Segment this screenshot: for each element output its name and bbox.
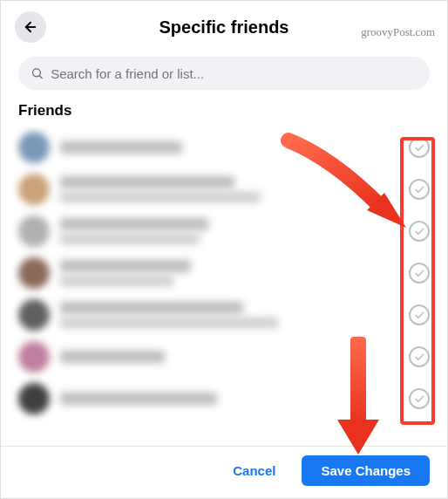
dialog-footer: Cancel Save Changes — [1, 446, 447, 498]
avatar — [18, 174, 50, 205]
check-icon — [414, 393, 425, 405]
arrow-left-icon — [23, 19, 38, 35]
friends-list — [1, 126, 447, 446]
avatar — [18, 257, 50, 289]
avatar — [18, 215, 50, 247]
friend-text — [60, 141, 398, 154]
friend-row[interactable] — [18, 168, 430, 210]
select-checkbox[interactable] — [409, 388, 430, 409]
check-icon — [414, 142, 425, 154]
friend-row[interactable] — [18, 252, 430, 294]
friend-subtext-blurred — [60, 234, 200, 244]
friend-name-blurred — [60, 393, 217, 405]
friend-row[interactable] — [18, 336, 430, 378]
dialog-title: Specific friends — [1, 17, 447, 38]
friend-subtext-blurred — [60, 318, 278, 328]
friend-row[interactable] — [18, 126, 430, 168]
avatar — [18, 299, 50, 331]
avatar — [18, 132, 50, 163]
specific-friends-dialog: Specific friends groovyPost.com Friends … — [0, 0, 448, 499]
friend-name-blurred — [60, 218, 208, 230]
friend-row[interactable] — [18, 378, 430, 420]
back-button[interactable] — [15, 11, 46, 43]
friend-row[interactable] — [18, 210, 430, 252]
friend-name-blurred — [60, 141, 182, 154]
cancel-button[interactable]: Cancel — [214, 455, 295, 486]
save-button[interactable]: Save Changes — [302, 455, 430, 486]
search-field[interactable] — [18, 57, 430, 90]
friend-text — [60, 260, 398, 286]
friend-text — [60, 218, 398, 244]
friend-text — [60, 351, 398, 363]
check-icon — [414, 268, 425, 279]
friend-subtext-blurred — [60, 276, 173, 286]
search-container — [1, 50, 447, 99]
avatar — [18, 341, 50, 373]
section-heading: Friends — [1, 99, 447, 126]
friend-name-blurred — [60, 351, 165, 363]
friend-text — [60, 176, 398, 202]
friend-name-blurred — [60, 302, 243, 314]
select-checkbox[interactable] — [409, 263, 430, 284]
search-input[interactable] — [51, 66, 417, 81]
friend-name-blurred — [60, 260, 191, 272]
friend-text — [60, 393, 398, 405]
check-icon — [414, 226, 425, 237]
friend-row[interactable] — [18, 294, 430, 336]
svg-line-2 — [39, 76, 42, 79]
check-icon — [414, 310, 425, 321]
select-checkbox[interactable] — [409, 179, 430, 200]
dialog-header: Specific friends — [1, 1, 447, 50]
friend-subtext-blurred — [60, 192, 261, 202]
select-checkbox[interactable] — [409, 346, 430, 367]
avatar — [18, 383, 50, 414]
friend-text — [60, 302, 398, 328]
search-icon — [31, 66, 44, 80]
check-icon — [414, 184, 425, 195]
select-checkbox[interactable] — [409, 137, 430, 158]
friend-name-blurred — [60, 176, 234, 188]
check-icon — [414, 352, 425, 363]
select-checkbox[interactable] — [409, 304, 430, 325]
select-checkbox[interactable] — [409, 221, 430, 242]
